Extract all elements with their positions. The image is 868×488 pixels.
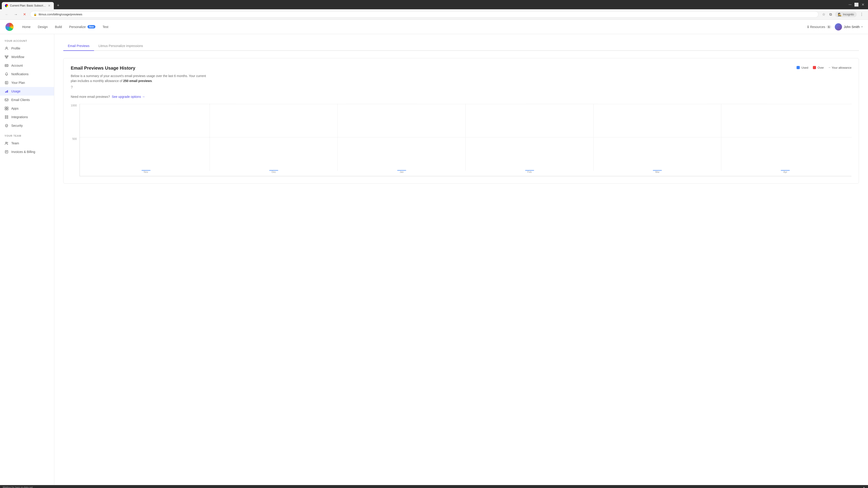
sidebar-invoices-label: Invoices & Billing: [11, 150, 35, 154]
svg-rect-10: [5, 99, 8, 101]
chart-header: Email Previews Usage History Below is a …: [71, 66, 851, 90]
chart-title: Email Previews Usage History: [71, 66, 206, 71]
sidebar-item-team[interactable]: Team: [0, 139, 54, 148]
legend-allowance: ··· Your allowance: [829, 66, 851, 70]
chevron-down-icon: ▾: [862, 26, 863, 28]
chart-plot: Nov Dec Jan Feb Mar Apr: [80, 104, 851, 176]
upgrade-link[interactable]: See upgrade options →: [112, 95, 145, 98]
new-tab-button[interactable]: +: [55, 2, 62, 9]
legend-used: Used: [797, 66, 808, 69]
user-name: John Smith: [844, 25, 860, 29]
svg-point-20: [7, 142, 8, 143]
svg-rect-3: [6, 57, 7, 58]
resources-button[interactable]: ℹ Resources 1: [807, 25, 831, 29]
x-label-mar: Mar: [594, 170, 721, 176]
url-bar[interactable]: 🔒 litmus.com/billing/usage/previews: [30, 11, 818, 18]
account-icon: [4, 64, 8, 68]
back-button[interactable]: ←: [4, 11, 10, 18]
content-tabs: Email Previews Litmus Personalize impres…: [63, 41, 859, 51]
sidebar-security-label: Security: [11, 124, 23, 127]
sidebar-item-integrations[interactable]: Integrations: [0, 113, 54, 121]
upgrade-prefix: Need more email previews?: [71, 95, 110, 98]
scroll-indicator[interactable]: ►: [863, 486, 865, 488]
sidebar-item-usage[interactable]: Usage: [0, 87, 54, 96]
close-button[interactable]: ✕: [862, 2, 864, 7]
svg-rect-7: [5, 92, 6, 93]
tab-close-button[interactable]: ✕: [48, 4, 51, 7]
app-container: Home Design Build Personalize New Test ℹ…: [0, 20, 868, 485]
active-tab[interactable]: Current Plan: Basic Subscripti... ✕: [2, 2, 54, 9]
personalize-new-badge: New: [88, 25, 95, 29]
tab-personalize[interactable]: Litmus Personalize impressions: [94, 41, 148, 51]
your-account-section-label: YOUR ACCOUNT: [0, 39, 54, 44]
sidebar-item-security[interactable]: Security: [0, 121, 54, 130]
nav-right: ℹ Resources 1 John Smith ▾: [807, 23, 863, 31]
info-icon: ℹ: [807, 25, 809, 29]
chart-col-jan: [338, 104, 466, 170]
sidebar-item-email-clients[interactable]: Email Clients: [0, 96, 54, 104]
menu-button[interactable]: ⋮: [859, 11, 864, 18]
workflow-icon: [4, 55, 8, 59]
legend-allowance-label: Your allowance: [832, 66, 851, 69]
svg-point-16: [7, 116, 8, 117]
incognito-button[interactable]: 🕵 Incognito: [835, 12, 857, 17]
svg-rect-12: [7, 107, 8, 108]
sidebar-workflow-label: Workflow: [11, 55, 24, 59]
sidebar-item-your-plan[interactable]: Your Plan: [0, 78, 54, 87]
app-logo[interactable]: [5, 23, 13, 31]
svg-rect-14: [7, 109, 8, 110]
apps-icon: [4, 106, 8, 110]
sidebar-usage-label: Usage: [11, 90, 20, 93]
sidebar-item-notifications[interactable]: Notifications: [0, 70, 54, 78]
chart-col-nov: [82, 104, 210, 170]
chart-bar-icon: [4, 89, 8, 93]
restore-button[interactable]: ⬜: [854, 2, 859, 7]
svg-rect-9: [7, 90, 8, 93]
x-label-apr: Apr: [721, 170, 849, 176]
chart-allowance-bold: 250 email previews: [123, 79, 152, 83]
nav-home[interactable]: Home: [19, 23, 34, 31]
minimize-button[interactable]: ─: [848, 2, 851, 7]
tab-title: Current Plan: Basic Subscripti...: [10, 4, 46, 7]
svg-rect-13: [5, 109, 6, 110]
help-icon[interactable]: ?: [71, 86, 206, 90]
chart-col-dec: [210, 104, 338, 170]
sidebar-integrations-label: Integrations: [11, 115, 28, 119]
x-label-dec: Dec: [210, 170, 338, 176]
chart-header-left: Email Previews Usage History Below is a …: [71, 66, 206, 90]
plan-icon: [4, 80, 8, 85]
tab-email-previews[interactable]: Email Previews: [63, 41, 94, 51]
nav-test[interactable]: Test: [99, 23, 112, 31]
svg-point-18: [7, 118, 8, 119]
sidebar-item-account[interactable]: Account: [0, 61, 54, 70]
nav-design[interactable]: Design: [35, 23, 51, 31]
sidebar-item-apps[interactable]: Apps: [0, 104, 54, 113]
email-icon: [4, 98, 8, 102]
legend-used-dot: [797, 66, 800, 69]
sidebar-plan-label: Your Plan: [11, 81, 25, 85]
status-text: Waiting for bam.nr-data.net...: [3, 486, 35, 488]
chart-description: Below is a summary of your account's ema…: [71, 73, 206, 84]
forward-button[interactable]: →: [13, 11, 19, 18]
legend-used-label: Used: [801, 66, 808, 69]
nav-build[interactable]: Build: [52, 23, 65, 31]
nav-personalize[interactable]: Personalize New: [66, 23, 98, 31]
bookmark-button[interactable]: ☆: [821, 11, 826, 18]
chart-col-mar: [594, 104, 721, 170]
security-lock-icon: 🔒: [33, 13, 37, 16]
address-bar: ← → ✕ 🔒 litmus.com/billing/usage/preview…: [0, 9, 868, 20]
x-label-feb: Feb: [466, 170, 594, 176]
split-button[interactable]: ⧉: [829, 11, 833, 18]
x-label-nov: Nov: [82, 170, 210, 176]
reload-button[interactable]: ✕: [22, 11, 27, 18]
url-text: litmus.com/billing/usage/previews: [39, 13, 82, 16]
svg-point-5: [6, 65, 6, 66]
svg-point-0: [6, 47, 7, 48]
sidebar-item-invoices[interactable]: Invoices & Billing: [0, 148, 54, 156]
user-menu-button[interactable]: John Smith ▾: [835, 23, 863, 31]
sidebar-item-workflow[interactable]: Workflow: [0, 53, 54, 61]
chart-col-feb: [466, 104, 594, 170]
status-bar: Waiting for bam.nr-data.net... ►: [0, 485, 868, 488]
chart-with-axis: 1000 500: [71, 104, 851, 176]
sidebar-item-profile[interactable]: Profile: [0, 44, 54, 53]
